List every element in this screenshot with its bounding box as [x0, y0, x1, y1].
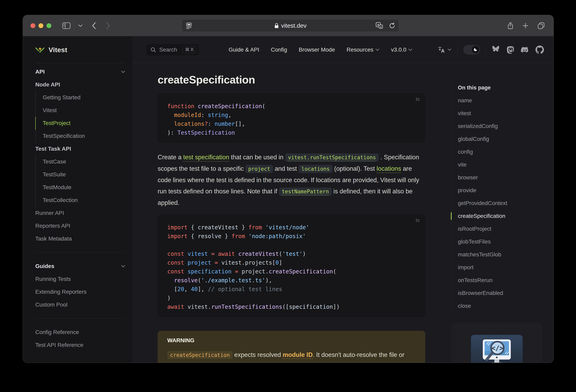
inline-code-link[interactable]: testNamePattern: [279, 188, 332, 196]
svg-text:A: A: [441, 48, 444, 53]
translate-icon[interactable]: Ax: [376, 22, 384, 29]
sidebar-item-reporters-api[interactable]: Reporters API: [35, 219, 125, 232]
sidebar-item-testspecification[interactable]: TestSpecification: [35, 130, 125, 142]
lock-icon: [274, 23, 279, 29]
text-link[interactable]: module ID: [283, 351, 313, 358]
sidebar-item-getting-started[interactable]: Getting Started: [35, 91, 125, 104]
sidebar-item-label: TestSpecification: [43, 133, 85, 139]
code-line: [167, 241, 416, 250]
outline-item-provide[interactable]: provide: [458, 184, 550, 197]
address-bar[interactable]: vitest.dev Ax: [182, 19, 399, 32]
sidebar-item-label: API: [35, 69, 45, 75]
zoom-window-button[interactable]: [47, 23, 51, 28]
text-link[interactable]: test specification: [183, 154, 229, 161]
outline-item-createspecification[interactable]: createSpecification: [458, 210, 550, 222]
sidebar-menu-chevron-icon[interactable]: [78, 24, 83, 27]
sidebar-item-test-api-reference[interactable]: Test API Reference: [35, 339, 125, 352]
vitest-logo[interactable]: Vitest: [35, 36, 125, 63]
sidebar-item-testsuite[interactable]: TestSuite: [35, 168, 125, 181]
code-line: ): TestSpecification: [167, 128, 416, 137]
outline-item-import[interactable]: import: [458, 261, 550, 274]
bluesky-icon[interactable]: [492, 46, 501, 54]
sidebar-item-label: Guides: [35, 263, 54, 270]
inline-code: locations: [299, 165, 333, 173]
nav-menu-resources[interactable]: Resources: [346, 47, 379, 53]
page-title: createSpecification: [158, 73, 425, 86]
nav-menu-v3-0-0[interactable]: v3.0.0: [391, 47, 412, 53]
sidebar-item-label: Node API: [35, 81, 60, 88]
discord-icon[interactable]: [521, 46, 529, 53]
nav-link-config[interactable]: Config: [271, 47, 287, 53]
sidebar-item-vitest[interactable]: Vitest: [35, 104, 125, 117]
code-line: resolve('./example.test.ts'),: [167, 276, 416, 285]
code-line: moduleId: string,: [167, 111, 416, 120]
warning-callout: WARNING createSpecification expects reso…: [158, 331, 425, 363]
sidebar-item-label: TestProject: [43, 120, 71, 126]
outline-item-config[interactable]: config: [458, 146, 550, 158]
forward-button[interactable]: [106, 22, 111, 29]
inline-code-link[interactable]: vitest.runTestSpecifications: [285, 153, 379, 161]
sidebar-item-guides[interactable]: Guides: [35, 260, 125, 273]
outline-item-close[interactable]: close: [458, 300, 550, 312]
language-menu[interactable]: xA: [438, 46, 451, 53]
sidebar-item-label: TestCase: [43, 158, 66, 165]
outline-item-ontestsrerun[interactable]: onTestsRerun: [458, 274, 550, 287]
search-shortcut-badge: ⌘ K: [182, 46, 197, 53]
sidebar-divider: [35, 318, 125, 319]
outline-item-isrootproject[interactable]: isRootProject: [458, 222, 550, 235]
sidebar-item-runner-api[interactable]: Runner API: [35, 207, 125, 219]
outline-item-globtestfiles[interactable]: globTestFiles: [458, 235, 550, 248]
outline-item-vite[interactable]: vite: [458, 158, 550, 171]
outline-item-browser[interactable]: browser: [458, 171, 550, 184]
github-icon[interactable]: [536, 46, 544, 54]
site-navbar: Search ⌘ K Guide & APIConfigBrowser Mode…: [132, 36, 553, 63]
svg-text:x: x: [380, 25, 382, 28]
sidebar-item-label: TestSuite: [43, 171, 66, 178]
sidebar-item-label: Task Metadata: [35, 236, 72, 242]
reload-icon[interactable]: [389, 22, 395, 29]
page-content: createSpecification ts function createSp…: [132, 63, 553, 363]
tab-overview-icon[interactable]: [538, 22, 545, 29]
nav-link-guide-api[interactable]: Guide & API: [229, 47, 259, 53]
sidebar-item-testproject[interactable]: TestProject: [35, 117, 125, 130]
nav-link-browser-mode[interactable]: Browser Mode: [299, 47, 335, 53]
code-line: function createSpecification(: [167, 102, 416, 111]
back-button[interactable]: [92, 22, 96, 29]
code-line: const project = vitest.projects[0]: [167, 258, 416, 267]
outline-item-isbrowserenabled[interactable]: isBrowserEnabled: [458, 287, 550, 300]
sidebar-divider: [35, 252, 125, 253]
outline-item-globalconfig[interactable]: globalConfig: [458, 133, 550, 146]
sidebar-item-extending-reporters[interactable]: Extending Reporters: [35, 285, 125, 298]
outline-item-name[interactable]: name: [458, 94, 550, 107]
browser-window: vitest.dev Ax: [23, 15, 553, 363]
search-placeholder: Search: [159, 47, 179, 53]
code-block-signature: ts function createSpecification( moduleI…: [158, 93, 425, 143]
on-this-page-outline: On this page namevitestserializedConfigg…: [451, 63, 550, 363]
text-link[interactable]: locations: [377, 165, 401, 172]
close-window-button[interactable]: [30, 23, 35, 28]
sidebar-item-testmodule[interactable]: TestModule: [35, 181, 125, 194]
sidebar-toggle-icon[interactable]: [62, 22, 71, 29]
sidebar-item-running-tests[interactable]: Running Tests: [35, 273, 125, 285]
outline-item-serializedconfig[interactable]: serializedConfig: [458, 120, 550, 133]
minimize-window-button[interactable]: [38, 23, 43, 28]
outline-item-getprovidedcontext[interactable]: getProvidedContext: [458, 197, 550, 210]
sidebar-item-testcollection[interactable]: TestCollection: [35, 194, 125, 207]
sidebar-item-label: Running Tests: [35, 276, 71, 282]
sidebar-item-custom-pool[interactable]: Custom Pool: [35, 298, 125, 311]
sidebar-item-api[interactable]: API: [35, 65, 125, 78]
sidebar: Vitest APINode APIGetting StartedVitestT…: [23, 36, 132, 363]
sidebar-item-testcase[interactable]: TestCase: [35, 155, 125, 168]
outline-item-matchestestglob[interactable]: matchesTestGlob: [458, 248, 550, 261]
sidebar-item-config-reference[interactable]: Config Reference: [35, 326, 125, 339]
sponsor-card[interactable]: </>: [451, 323, 542, 363]
outline-item-vitest[interactable]: vitest: [458, 107, 550, 120]
share-icon[interactable]: [507, 22, 514, 30]
sidebar-item-task-metadata[interactable]: Task Metadata: [35, 232, 125, 245]
mastodon-icon[interactable]: [507, 46, 515, 54]
url-text[interactable]: vitest.dev: [281, 22, 307, 29]
search-input[interactable]: Search ⌘ K: [146, 44, 199, 55]
new-tab-icon[interactable]: [522, 23, 529, 29]
sponsor-image: </>: [471, 335, 523, 363]
dark-mode-toggle[interactable]: [463, 45, 480, 54]
